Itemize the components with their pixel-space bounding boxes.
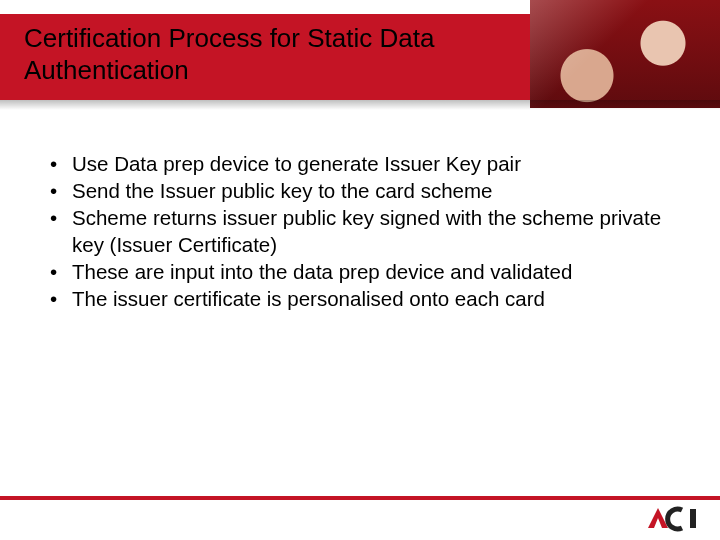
bullet-list: • Use Data prep device to generate Issue… [44, 150, 664, 312]
slide-title: Certification Process for Static Data Au… [24, 22, 524, 86]
list-item-text: Send the Issuer public key to the card s… [72, 179, 492, 202]
bullet-icon: • [50, 150, 57, 177]
list-item: • The issuer certificate is personalised… [44, 285, 664, 312]
header-photo [530, 0, 720, 108]
list-item: • Scheme returns issuer public key signe… [44, 204, 664, 258]
list-item: • Send the Issuer public key to the card… [44, 177, 664, 204]
list-item: • Use Data prep device to generate Issue… [44, 150, 664, 177]
list-item-text: The issuer certificate is personalised o… [72, 287, 545, 310]
bullet-icon: • [50, 204, 57, 231]
bullet-icon: • [50, 285, 57, 312]
svg-rect-0 [690, 509, 696, 528]
header-shadow [0, 100, 720, 110]
bullet-icon: • [50, 258, 57, 285]
list-item: • These are input into the data prep dev… [44, 258, 664, 285]
footer-divider [0, 496, 720, 500]
content-area: • Use Data prep device to generate Issue… [44, 150, 664, 312]
list-item-text: Use Data prep device to generate Issuer … [72, 152, 521, 175]
aci-logo-icon [646, 506, 700, 532]
slide: Certification Process for Static Data Au… [0, 0, 720, 540]
list-item-text: These are input into the data prep devic… [72, 260, 572, 283]
list-item-text: Scheme returns issuer public key signed … [72, 206, 661, 256]
bullet-icon: • [50, 177, 57, 204]
